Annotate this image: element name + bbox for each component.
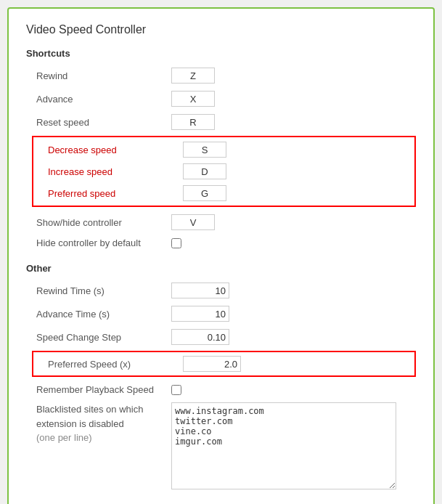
- decrease-label: Decrease speed: [38, 145, 183, 155]
- advance-time-input[interactable]: [171, 306, 229, 322]
- blacklist-row: Blacklisted sites on which extension is …: [26, 401, 416, 491]
- speed-step-row: Speed Change Step: [26, 328, 416, 346]
- blacklist-label: Blacklisted sites on which extension is …: [26, 402, 171, 445]
- increase-label: Increase speed: [38, 166, 183, 177]
- shortcut-row-increase: Increase speed: [38, 162, 410, 181]
- reset-label: Reset speed: [26, 117, 171, 128]
- rewind-time-input[interactable]: [171, 283, 229, 298]
- preferred-speed-row: Preferred Speed (x): [38, 354, 410, 373]
- preferred-label: Preferred speed: [38, 188, 183, 199]
- advance-time-row: Advance Time (s): [26, 304, 416, 323]
- reset-input[interactable]: [171, 114, 215, 130]
- shortcut-row-showhide: Show/hide controller: [26, 213, 416, 232]
- other-section: Other Rewind Time (s) Advance Time (s) S…: [26, 263, 416, 491]
- showhide-input[interactable]: [171, 214, 215, 230]
- shortcut-row-reset: Reset speed: [26, 113, 416, 131]
- rewind-time-label: Rewind Time (s): [26, 285, 171, 296]
- rewind-label: Rewind: [26, 70, 171, 81]
- other-title: Other: [26, 263, 416, 274]
- advance-label: Advance: [26, 94, 171, 105]
- preferred-speed-group: Preferred Speed (x): [32, 351, 416, 377]
- shortcut-row-advance: Advance: [26, 89, 416, 108]
- preferred-input[interactable]: [183, 185, 226, 201]
- remember-row: Remember Playback Speed: [26, 383, 416, 397]
- hide-controller-label: Hide controller by default: [26, 237, 171, 248]
- hide-controller-checkbox[interactable]: [171, 238, 181, 248]
- shortcut-row-rewind: Rewind: [26, 66, 416, 85]
- shortcut-row-decrease: Decrease speed: [38, 140, 410, 159]
- remember-checkbox[interactable]: [171, 385, 181, 395]
- page-title: Video Speed Controller: [26, 23, 416, 36]
- speed-step-input[interactable]: [171, 329, 229, 345]
- showhide-label: Show/hide controller: [26, 217, 171, 228]
- speed-step-label: Speed Change Step: [26, 332, 171, 343]
- shortcuts-section: Shortcuts Rewind Advance Reset speed Dec…: [26, 48, 416, 250]
- remember-label: Remember Playback Speed: [26, 384, 171, 395]
- preferred-speed-label: Preferred Speed (x): [38, 359, 183, 370]
- shortcuts-title: Shortcuts: [26, 48, 416, 59]
- hide-controller-row: Hide controller by default: [26, 236, 416, 250]
- shortcut-row-preferred: Preferred speed: [38, 184, 410, 203]
- decrease-input[interactable]: [183, 142, 226, 158]
- highlighted-shortcuts-group: Decrease speed Increase speed Preferred …: [32, 136, 416, 207]
- rewind-time-row: Rewind Time (s): [26, 281, 416, 300]
- advance-input[interactable]: [171, 91, 215, 107]
- advance-time-label: Advance Time (s): [26, 309, 171, 320]
- blacklist-textarea[interactable]: www.instagram.com twitter.com vine.co im…: [171, 402, 396, 489]
- preferred-speed-input[interactable]: [183, 356, 241, 372]
- rewind-input[interactable]: [171, 68, 215, 84]
- increase-input[interactable]: [183, 163, 226, 179]
- settings-panel: Video Speed Controller Shortcuts Rewind …: [7, 7, 435, 504]
